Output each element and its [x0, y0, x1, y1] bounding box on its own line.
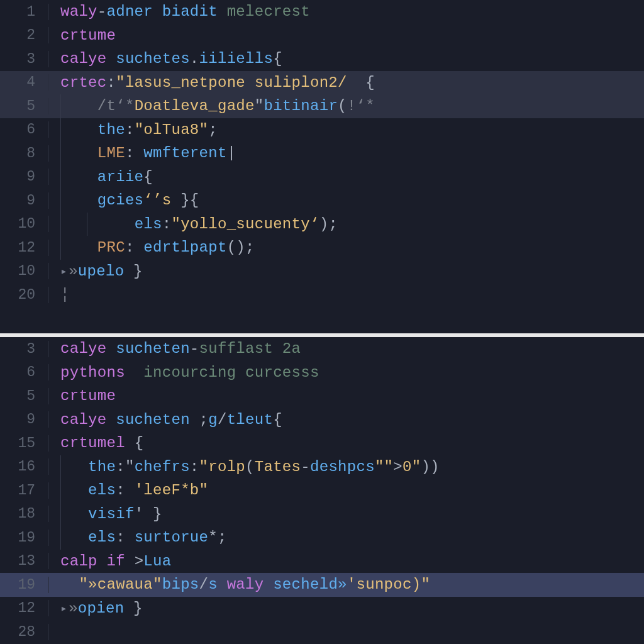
code-content[interactable]: the:"olTua8";	[49, 121, 218, 138]
token-fn: els	[135, 216, 162, 233]
token-p: /	[218, 411, 227, 428]
code-line[interactable]: 12 PRC: edrtlpapt();	[0, 236, 644, 260]
code-line[interactable]: 15crtumel {	[0, 431, 644, 455]
code-line[interactable]: 6 the:"olTua8";	[0, 118, 644, 142]
code-content[interactable]: els: 'leeF*b"	[49, 482, 208, 499]
token-fn: adner	[107, 3, 162, 20]
code-line[interactable]: 10 els:"yollo_sucuenty‘);	[0, 213, 644, 236]
code-line[interactable]: 16 the:"chefrs:"rolp(Tates-deshpcs"">0")…	[0, 455, 644, 479]
token-p: |	[227, 145, 236, 162]
code-line[interactable]: 1waly-adner biadit melecrest	[0, 0, 644, 24]
code-content[interactable]: crtume	[49, 387, 116, 404]
line-number: 8	[0, 145, 49, 162]
token-fn: iiliells	[199, 50, 274, 67]
token-fn: sucheten	[116, 340, 190, 357]
code-content[interactable]: crtume	[49, 27, 116, 44]
token-fn: els	[88, 529, 116, 546]
code-line[interactable]: 19 "»cawaua"bips/s waly secheld»'sunpoc)…	[0, 573, 644, 597]
token-w	[60, 97, 97, 114]
code-content[interactable]: crtumel {	[49, 435, 143, 452]
code-line[interactable]: 10▸»upelo }	[0, 260, 644, 284]
code-content[interactable]: waly-adner biadit melecrest	[49, 3, 310, 20]
code-content[interactable]: gcies‘’s }{	[49, 192, 208, 209]
code-line[interactable]: 19 els: surtorue*;	[0, 526, 644, 550]
token-p: -	[97, 3, 107, 20]
code-line[interactable]: 28	[0, 620, 644, 644]
token-k: crtume	[60, 27, 116, 44]
code-line[interactable]: 9 gcies‘’s }{	[0, 189, 644, 213]
line-number: 9	[0, 169, 49, 185]
line-number: 17	[0, 482, 49, 499]
token-w	[60, 192, 97, 209]
code-content[interactable]: visif' }	[49, 506, 162, 523]
token-w	[60, 169, 97, 186]
token-p: ))	[421, 458, 439, 475]
code-line[interactable]: 6pythons incourcing curcesss	[0, 361, 644, 385]
token-c2: melecrest	[227, 3, 310, 20]
code-content[interactable]: pythons incourcing curcesss	[49, 364, 319, 381]
code-content[interactable]: "»cawaua"bips/s waly secheld»'sunpoc)"	[49, 576, 430, 593]
token-k: if	[107, 553, 135, 570]
token-p: :	[125, 145, 143, 162]
token-p: {	[273, 411, 282, 428]
editor-pane-bottom[interactable]: 3calye sucheten-sufflast 2a6pythons inco…	[0, 337, 644, 644]
token-s: 'leeF*b"	[135, 482, 209, 499]
code-line[interactable]: 18 visif' }	[0, 502, 644, 526]
code-line[interactable]: 5 /t‘*Doatleva_gade"bitinair(!‘*	[0, 94, 644, 118]
code-content[interactable]: els: surtorue*;	[49, 529, 236, 546]
code-content[interactable]: /t‘*Doatleva_gade"bitinair(!‘*	[49, 97, 375, 114]
token-p: :	[107, 74, 116, 91]
token-p: -	[190, 340, 199, 357]
code-content[interactable]: calye sucheten-sufflast 2a	[49, 340, 301, 357]
code-content[interactable]: calye suchetes.iiliells{	[49, 50, 282, 67]
code-content[interactable]: ariie{	[49, 169, 153, 186]
code-line[interactable]: 20¦	[0, 283, 644, 307]
code-content[interactable]: ▸»opien }	[49, 600, 143, 617]
line-number: 3	[0, 341, 49, 357]
code-content[interactable]: calp if >Lua	[49, 553, 171, 570]
code-content[interactable]: the:"chefrs:"rolp(Tates-deshpcs"">0"))	[49, 458, 440, 475]
token-s: Doatleva_gade	[135, 97, 255, 114]
code-line[interactable]: 3calye sucheten-sufflast 2a	[0, 337, 644, 361]
token-p: ();	[227, 239, 255, 256]
code-content[interactable]: LME: wmfterent|	[49, 145, 236, 162]
code-line[interactable]: 8 LME: wmfterent|	[0, 142, 644, 165]
token-w	[60, 121, 97, 138]
line-number: 5	[0, 98, 49, 114]
code-line[interactable]: 9 ariie{	[0, 165, 644, 189]
token-fn: suchetes	[116, 50, 190, 67]
token-fn: secheld»	[273, 576, 347, 593]
code-line[interactable]: 9calye sucheten ;g/tleut{	[0, 408, 644, 432]
line-number: 4	[0, 74, 49, 91]
token-fn: sucheten	[116, 411, 199, 428]
line-number: 6	[0, 121, 49, 138]
code-line[interactable]: 17 els: 'leeF*b"	[0, 479, 644, 502]
token-c: /t‘*	[97, 97, 135, 114]
token-c: »	[69, 600, 78, 617]
code-content[interactable]: crtec:"lasus_netpone suliplon2/ {	[49, 74, 375, 91]
code-content[interactable]: ¦	[49, 286, 70, 303]
token-c: ¦	[60, 286, 70, 303]
token-k: crtume	[60, 387, 116, 404]
token-c2: incourcing curcesss	[143, 364, 319, 381]
token-fn: visif	[88, 506, 135, 523]
token-fn: surtorue	[135, 529, 209, 546]
code-line[interactable]: 13calp if >Lua	[0, 550, 644, 574]
editor-pane-top[interactable]: 1waly-adner biadit melecrest2crtume3caly…	[0, 0, 644, 333]
token-id: PRC	[97, 239, 125, 256]
token-fn: tleut	[227, 411, 274, 428]
token-p: :	[162, 216, 172, 233]
token-fn: opien	[78, 600, 133, 617]
token-fn: bitinair	[264, 97, 338, 114]
code-content[interactable]: els:"yollo_sucuenty‘);	[49, 216, 338, 233]
code-content[interactable]: calye sucheten ;g/tleut{	[49, 411, 282, 428]
code-line[interactable]: 12▸»opien }	[0, 597, 644, 621]
code-content[interactable]: PRC: edrtlpapt();	[49, 239, 255, 256]
code-content[interactable]: ▸»upelo }	[49, 263, 143, 280]
code-line[interactable]: 2crtume	[0, 24, 644, 48]
code-line[interactable]: 3calye suchetes.iiliells{	[0, 47, 644, 71]
code-line[interactable]: 4crtec:"lasus_netpone suliplon2/ {	[0, 71, 644, 95]
token-fn: chefrs	[135, 458, 190, 475]
code-line[interactable]: 5crtume	[0, 384, 644, 408]
line-number: 6	[0, 364, 49, 380]
